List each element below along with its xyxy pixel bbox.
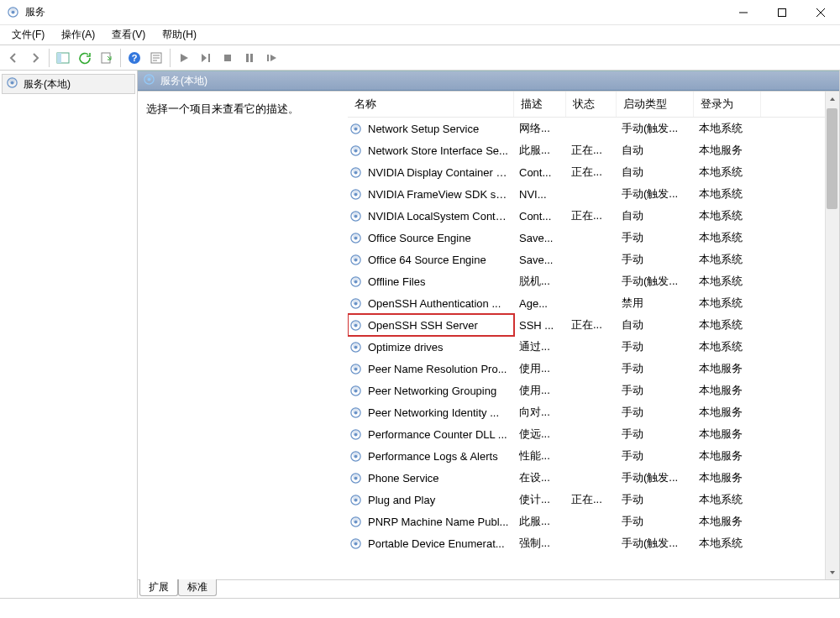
gear-icon xyxy=(348,537,363,550)
column-header-logon[interactable]: 登录为 xyxy=(694,92,761,117)
gear-icon xyxy=(348,275,363,288)
service-startup: 手动(触发... xyxy=(617,470,694,485)
service-desc: 向对... xyxy=(514,405,566,420)
service-logon: 本地服务 xyxy=(694,361,761,376)
tree-node-services-local[interactable]: 服务(本地) xyxy=(2,74,135,94)
column-header-description[interactable]: 描述 xyxy=(514,92,566,117)
start-service-button[interactable] xyxy=(174,48,194,68)
properties-button[interactable] xyxy=(146,48,166,68)
gear-icon xyxy=(348,472,363,484)
service-row[interactable]: Network Setup Service网络...手动(触发...本地系统 xyxy=(348,118,839,139)
service-name: Office Source Engine xyxy=(363,232,514,244)
service-state: 正在... xyxy=(566,208,617,223)
service-startup: 手动 xyxy=(617,361,694,376)
service-logon: 本地系统 xyxy=(694,274,761,289)
minimize-button[interactable] xyxy=(724,0,763,25)
service-name: Performance Logs & Alerts xyxy=(363,450,514,463)
service-row[interactable]: PNRP Machine Name Publ...此服...手动本地服务 xyxy=(348,511,839,532)
column-header-name[interactable]: 名称 xyxy=(348,92,514,117)
export-button[interactable] xyxy=(97,48,117,68)
service-row[interactable]: OpenSSH Authentication ...Age...禁用本地系统 xyxy=(348,292,839,314)
service-startup: 手动(触发... xyxy=(617,274,694,289)
service-desc: 此服... xyxy=(514,514,566,529)
svg-rect-2 xyxy=(779,8,786,16)
service-row[interactable]: Peer Networking Grouping使用...手动本地服务 xyxy=(348,380,839,401)
menu-file[interactable]: 文件(F) xyxy=(3,25,53,45)
close-button[interactable] xyxy=(801,0,840,25)
forward-button[interactable] xyxy=(25,48,45,68)
refresh-button[interactable] xyxy=(75,48,95,68)
service-logon: 本地系统 xyxy=(694,121,761,136)
service-logon: 本地系统 xyxy=(694,252,761,267)
service-row[interactable]: NVIDIA Display Container LSCont...正在...自… xyxy=(348,161,839,183)
service-logon: 本地服务 xyxy=(694,405,761,420)
scroll-up-button[interactable] xyxy=(825,92,839,106)
app-icon xyxy=(7,6,20,19)
service-row[interactable]: Performance Logs & Alerts性能...手动本地服务 xyxy=(348,445,839,467)
service-name: Performance Counter DLL ... xyxy=(363,428,514,441)
tab-extended[interactable]: 扩展 xyxy=(139,579,178,596)
service-logon: 本地系统 xyxy=(694,317,761,333)
service-logon: 本地系统 xyxy=(694,339,761,354)
service-row[interactable]: OpenSSH SSH ServerSSH ...正在...自动本地系统 xyxy=(348,314,839,336)
gear-icon xyxy=(348,406,363,419)
service-desc: 此服... xyxy=(514,143,566,158)
service-startup: 禁用 xyxy=(617,296,694,311)
column-header-status[interactable]: 状态 xyxy=(566,92,617,117)
service-desc: Save... xyxy=(514,232,566,244)
service-row[interactable]: Office Source EngineSave...手动本地系统 xyxy=(348,227,839,249)
back-button[interactable] xyxy=(3,48,24,68)
service-name: NVIDIA FrameView SDK se... xyxy=(363,188,514,201)
help-button[interactable]: ? xyxy=(124,48,144,68)
service-desc: 强制... xyxy=(514,536,566,551)
service-logon: 本地系统 xyxy=(694,165,761,180)
menu-help[interactable]: 帮助(H) xyxy=(154,25,205,45)
service-startup: 手动 xyxy=(617,427,694,442)
service-row[interactable]: Plug and Play使计...正在...手动本地系统 xyxy=(348,489,839,511)
service-desc: Save... xyxy=(514,254,566,266)
stop-service-button[interactable] xyxy=(218,48,238,68)
service-state: 正在... xyxy=(566,165,617,180)
step-service-button[interactable] xyxy=(196,48,216,68)
service-logon: 本地系统 xyxy=(694,492,761,507)
service-startup: 手动 xyxy=(617,252,694,267)
service-name: Plug and Play xyxy=(363,494,514,506)
gear-icon xyxy=(348,341,363,354)
service-desc: 使计... xyxy=(514,492,566,507)
service-row[interactable]: Performance Counter DLL ...使远...手动本地服务 xyxy=(348,423,839,445)
gear-icon xyxy=(348,516,363,528)
service-state: 正在... xyxy=(566,317,617,333)
restart-service-button[interactable] xyxy=(261,48,281,68)
service-startup: 手动 xyxy=(617,448,694,464)
service-logon: 本地服务 xyxy=(694,470,761,485)
service-row[interactable]: Office 64 Source EngineSave...手动本地系统 xyxy=(348,249,839,270)
service-row[interactable]: Network Store Interface Se...此服...正在...自… xyxy=(348,139,839,161)
scrollbar[interactable] xyxy=(825,92,839,579)
scroll-thumb[interactable] xyxy=(827,108,837,209)
service-name: Peer Name Resolution Pro... xyxy=(363,363,514,375)
maximize-button[interactable] xyxy=(763,0,801,25)
service-row[interactable]: Portable Device Enumerat...强制...手动(触发...… xyxy=(348,532,839,554)
column-header-startup[interactable]: 启动类型 xyxy=(617,92,694,117)
service-startup: 手动 xyxy=(617,514,694,529)
service-logon: 本地服务 xyxy=(694,514,761,529)
service-row[interactable]: Peer Name Resolution Pro...使用...手动本地服务 xyxy=(348,358,839,380)
pause-service-button[interactable] xyxy=(239,48,260,68)
gear-icon xyxy=(348,166,363,179)
service-row[interactable]: NVIDIA FrameView SDK se...NVI...手动(触发...… xyxy=(348,183,839,205)
menu-action[interactable]: 操作(A) xyxy=(53,25,103,45)
service-startup: 手动 xyxy=(617,339,694,354)
service-row[interactable]: Peer Networking Identity ...向对...手动本地服务 xyxy=(348,401,839,423)
service-name: Network Store Interface Se... xyxy=(363,144,514,157)
service-row[interactable]: Phone Service在设...手动(触发...本地服务 xyxy=(348,467,839,489)
menu-view[interactable]: 查看(V) xyxy=(103,25,154,45)
show-hide-tree-button[interactable] xyxy=(53,48,73,68)
service-row[interactable]: Offline Files脱机...手动(触发...本地系统 xyxy=(348,270,839,292)
tab-standard[interactable]: 标准 xyxy=(178,579,217,596)
service-row[interactable]: NVIDIA LocalSystem Conta...Cont...正在...自… xyxy=(348,205,839,227)
service-state: 正在... xyxy=(566,143,617,158)
service-desc: 使用... xyxy=(514,383,566,398)
gear-icon xyxy=(348,210,363,223)
scroll-down-button[interactable] xyxy=(825,565,839,579)
service-row[interactable]: Optimize drives通过...手动本地系统 xyxy=(348,336,839,358)
